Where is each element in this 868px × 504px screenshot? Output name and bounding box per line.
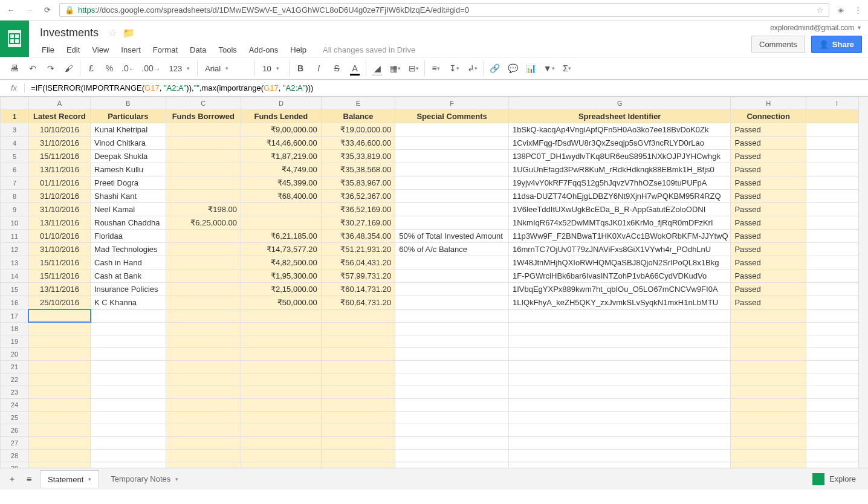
cell[interactable] xyxy=(731,449,806,462)
cell[interactable] xyxy=(166,398,241,411)
menu-view[interactable]: View xyxy=(86,43,114,57)
drive-icon[interactable]: ◈ xyxy=(835,5,846,16)
cell[interactable] xyxy=(395,386,509,398)
reload-button[interactable]: ⟳ xyxy=(41,4,53,16)
cell[interactable]: 15/11/2016 xyxy=(28,150,90,163)
document-title[interactable]: Investments xyxy=(36,25,102,40)
cell[interactable] xyxy=(166,163,241,176)
cell[interactable] xyxy=(241,360,322,373)
col-header-B[interactable]: B xyxy=(91,97,166,110)
col-header-D[interactable]: D xyxy=(241,97,322,110)
col-header-F[interactable]: F xyxy=(395,97,509,110)
row-header-27[interactable]: 27 xyxy=(1,436,29,449)
cell[interactable] xyxy=(508,322,730,335)
cell[interactable]: ₹6,21,185.00 xyxy=(241,230,322,243)
cell[interactable] xyxy=(28,322,90,335)
row-header-26[interactable]: 26 xyxy=(1,424,29,436)
cell[interactable] xyxy=(91,335,166,347)
sheets-logo[interactable] xyxy=(0,21,29,57)
back-button[interactable]: ← xyxy=(5,4,17,16)
cell[interactable] xyxy=(166,176,241,190)
cell[interactable] xyxy=(166,436,241,449)
cell[interactable]: Passed xyxy=(731,190,806,203)
menu-insert[interactable]: Insert xyxy=(115,43,146,57)
cell[interactable] xyxy=(166,411,241,424)
cell[interactable] xyxy=(395,150,509,163)
cell[interactable] xyxy=(241,216,322,230)
row-header-25[interactable]: 25 xyxy=(1,411,29,424)
row-header-16[interactable]: 16 xyxy=(1,296,29,310)
cell[interactable] xyxy=(166,256,241,270)
menu-help[interactable]: Help xyxy=(285,43,312,57)
cell[interactable]: 15/11/2016 xyxy=(28,270,90,283)
cell[interactable] xyxy=(395,270,509,283)
row-header-14[interactable]: 14 xyxy=(1,270,29,283)
cell[interactable]: 19yjv4vY0kRF7FqqS12g5hJqvzV7hhOZse109tuP… xyxy=(508,176,730,190)
cell[interactable]: Passed xyxy=(731,176,806,190)
cell[interactable]: Mad Technologies xyxy=(91,243,166,256)
cell[interactable] xyxy=(321,411,395,424)
cell[interactable] xyxy=(28,449,90,462)
cell[interactable]: 13/11/2016 xyxy=(28,283,90,296)
header-cell[interactable]: Balance xyxy=(321,110,395,123)
cell[interactable] xyxy=(166,322,241,335)
cell[interactable]: 13/11/2016 xyxy=(28,163,90,176)
cell[interactable]: ₹57,99,731.20 xyxy=(321,270,395,283)
tab-menu-icon[interactable]: ▾ xyxy=(88,476,91,482)
cell[interactable]: ₹1,95,300.00 xyxy=(241,270,322,283)
cell[interactable]: 31/10/2016 xyxy=(28,243,90,256)
cell[interactable]: ₹2,15,000.00 xyxy=(241,283,322,296)
cell[interactable]: Ramesh Kullu xyxy=(91,163,166,176)
row-header-23[interactable]: 23 xyxy=(1,386,29,398)
cell[interactable] xyxy=(166,335,241,347)
cell[interactable]: Passed xyxy=(731,216,806,230)
chrome-menu-icon[interactable]: ⋮ xyxy=(852,5,863,16)
strikethrough-icon[interactable]: S xyxy=(331,61,343,76)
url-bar[interactable]: 🔒 https://docs.google.com/spreadsheets/d… xyxy=(59,3,829,17)
cell[interactable] xyxy=(241,386,322,398)
forward-button[interactable]: → xyxy=(23,4,35,16)
cell[interactable]: Cash in Hand xyxy=(91,256,166,270)
cell[interactable] xyxy=(508,386,730,398)
cell[interactable] xyxy=(395,123,509,137)
cell[interactable] xyxy=(508,411,730,424)
cell[interactable]: 1CvixMFqg-fDsdWU8r3QxZseqjp5sGVf3ncRLYD0… xyxy=(508,137,730,150)
cell[interactable] xyxy=(395,309,509,322)
cell[interactable] xyxy=(166,449,241,462)
cell[interactable] xyxy=(508,424,730,436)
row-header-17[interactable]: 17 xyxy=(1,309,29,322)
cell[interactable] xyxy=(241,436,322,449)
cell[interactable] xyxy=(321,398,395,411)
menu-tools[interactable]: Tools xyxy=(213,43,242,57)
cell[interactable] xyxy=(395,398,509,411)
explore-button[interactable]: Explore xyxy=(806,471,862,488)
cell[interactable]: ₹4,82,500.00 xyxy=(241,256,322,270)
tab-menu-icon[interactable]: ▾ xyxy=(175,476,178,482)
cell[interactable] xyxy=(28,360,90,373)
font-size-select[interactable]: 10 ▾ xyxy=(260,63,284,74)
text-wrap-icon[interactable]: ↲ ▾ xyxy=(466,61,478,76)
number-format-select[interactable]: 123 ▾ xyxy=(166,63,192,74)
cell[interactable] xyxy=(166,190,241,203)
vertical-align-icon[interactable]: ↧ ▾ xyxy=(448,61,460,76)
cell[interactable] xyxy=(166,137,241,150)
add-sheet-button[interactable]: ＋ xyxy=(6,472,18,486)
cell[interactable] xyxy=(508,347,730,360)
cell[interactable]: ₹30,27,169.00 xyxy=(321,216,395,230)
cell[interactable] xyxy=(395,462,509,468)
cell[interactable] xyxy=(395,283,509,296)
cell[interactable]: Vinod Chitkara xyxy=(91,137,166,150)
cell[interactable] xyxy=(241,373,322,386)
cell[interactable]: ₹60,14,731.20 xyxy=(321,283,395,296)
cell[interactable] xyxy=(395,411,509,424)
row-header-13[interactable]: 13 xyxy=(1,256,29,270)
cell[interactable]: ₹36,52,169.00 xyxy=(321,203,395,216)
header-cell[interactable]: Particulars xyxy=(91,110,166,123)
header-cell[interactable]: Funds Lended xyxy=(241,110,322,123)
redo-icon[interactable]: ↷ xyxy=(45,61,57,76)
cell[interactable]: Passed xyxy=(731,296,806,310)
cell[interactable]: ₹14,73,577.20 xyxy=(241,243,322,256)
cell[interactable] xyxy=(28,386,90,398)
cell[interactable] xyxy=(731,322,806,335)
cell[interactable] xyxy=(28,373,90,386)
